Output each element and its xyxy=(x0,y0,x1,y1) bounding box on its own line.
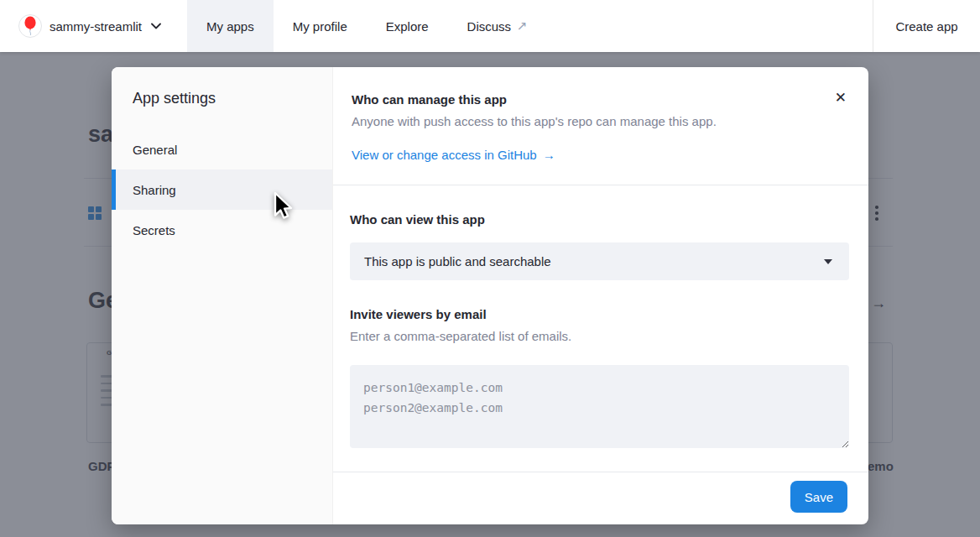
create-app-label: Create app xyxy=(895,19,957,34)
visibility-dropdown[interactable]: This app is public and searchable xyxy=(350,242,849,280)
nav-label: Explore xyxy=(386,19,429,34)
settings-tab-sharing[interactable]: Sharing xyxy=(112,169,332,210)
workspace-avatar xyxy=(18,14,42,38)
topbar: sammy-streamlit My apps My profile Explo… xyxy=(0,0,980,52)
invite-heading: Invite viewers by email xyxy=(350,307,849,321)
settings-tab-label: Secrets xyxy=(133,223,175,237)
save-button[interactable]: Save xyxy=(790,481,847,513)
github-access-link[interactable]: View or change access in GitHub → xyxy=(352,148,555,162)
manage-description: Anyone with push access to this app's re… xyxy=(352,114,818,128)
nav-discuss[interactable]: Discuss ↗ xyxy=(448,0,547,52)
view-invite-section: Who can view this app This app is public… xyxy=(333,185,868,448)
arrow-right-icon: → xyxy=(543,148,555,162)
settings-tab-general[interactable]: General xyxy=(112,129,332,169)
screen: sa Get → GD GDP emo sammy-stre xyxy=(0,0,980,537)
modal-footer: Save xyxy=(333,472,868,524)
manage-section: Who can manage this app Anyone with push… xyxy=(333,67,868,185)
invite-emails-textarea[interactable] xyxy=(350,365,849,448)
nav-label: Discuss xyxy=(467,19,512,34)
external-link-icon: ↗ xyxy=(517,18,528,34)
nav-label: My profile xyxy=(293,19,347,34)
app-settings-modal: App settings General Sharing Secrets ✕ W… xyxy=(112,67,868,524)
settings-tab-label: Sharing xyxy=(133,183,176,197)
chevron-down-icon xyxy=(824,259,832,264)
github-access-link-label: View or change access in GitHub xyxy=(352,148,537,162)
nav-label: My apps xyxy=(206,19,254,34)
workspace-name: sammy-streamlit xyxy=(50,19,142,34)
modal-sidebar: App settings General Sharing Secrets xyxy=(112,67,333,524)
chevron-down-icon xyxy=(151,23,161,29)
nav-my-apps[interactable]: My apps xyxy=(187,0,274,52)
modal-title: App settings xyxy=(112,87,332,109)
modal-content: ✕ Who can manage this app Anyone with pu… xyxy=(333,67,868,524)
settings-tab-secrets[interactable]: Secrets xyxy=(112,210,332,250)
invite-description: Enter a comma-separated list of emails. xyxy=(350,329,849,343)
create-app-button[interactable]: Create app xyxy=(873,0,980,52)
nav-my-profile[interactable]: My profile xyxy=(274,0,367,52)
top-nav: My apps My profile Explore Discuss ↗ xyxy=(187,0,547,52)
nav-explore[interactable]: Explore xyxy=(367,0,448,52)
visibility-dropdown-value: This app is public and searchable xyxy=(364,254,551,268)
settings-tab-label: General xyxy=(133,143,177,157)
view-heading: Who can view this app xyxy=(350,212,849,227)
manage-heading: Who can manage this app xyxy=(352,92,818,107)
balloon-icon xyxy=(23,16,38,36)
workspace-switcher[interactable]: sammy-streamlit xyxy=(18,0,161,52)
